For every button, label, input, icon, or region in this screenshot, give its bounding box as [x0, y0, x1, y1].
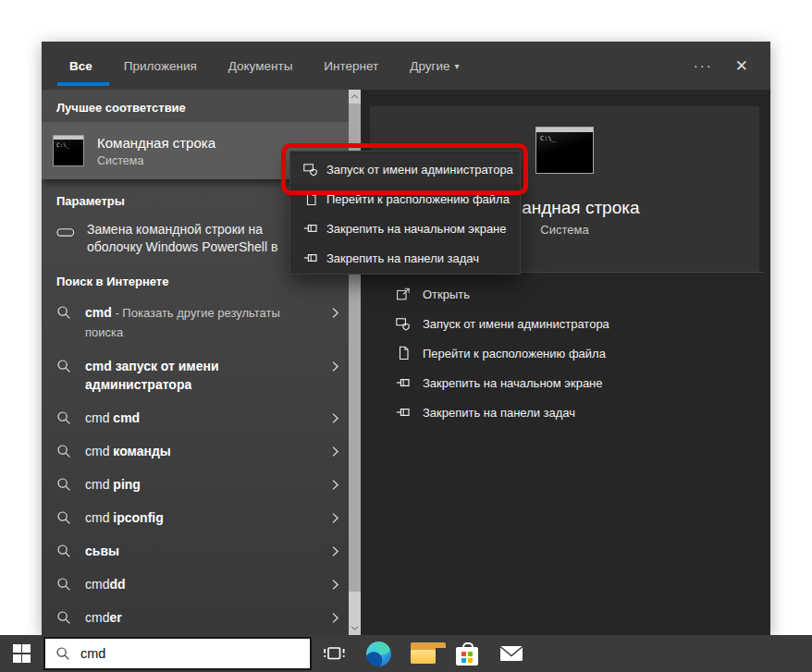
settings-result-text: Замена командной строки на оболочку Wind… [87, 221, 314, 256]
suggestion-text: cmd ping [85, 475, 302, 494]
text-segment: dd [109, 577, 125, 592]
text-segment: cmd [85, 444, 113, 458]
context-menu-item[interactable]: Закрепить на панели задач [290, 243, 520, 273]
taskbar-search-box[interactable] [43, 637, 312, 670]
search-suggestion[interactable]: cmd ipconfig [42, 501, 349, 534]
preview-action[interactable]: Перейти к расположению файла [361, 338, 770, 368]
search-icon [56, 410, 71, 425]
context-menu: Запуск от имени администратора Перейти к… [289, 151, 521, 275]
search-suggestion[interactable]: cmd запуск от имени администратора [42, 349, 349, 401]
search-filter-tab[interactable]: Другие ▾ [398, 42, 471, 90]
windows-logo-icon [13, 644, 31, 663]
chevron-down-icon [351, 624, 359, 632]
action-label: Закрепить на начальном экране [423, 376, 603, 390]
microsoft-store-button[interactable] [445, 635, 489, 672]
task-view-icon [323, 644, 346, 664]
mail-button[interactable] [489, 635, 534, 672]
search-filter-tab[interactable]: Документы [216, 42, 310, 90]
preview-action[interactable]: Открыть [361, 279, 770, 309]
best-match-subtitle: Система [97, 154, 215, 167]
web-suggestions-list: cmd - Показать другие результаты поиска … [42, 296, 349, 634]
pin-icon [396, 375, 411, 390]
close-button[interactable]: ✕ [735, 56, 748, 76]
action-label: Запуск от имени администратора [423, 317, 609, 331]
taskbar-search-input[interactable] [79, 645, 295, 662]
file-explorer-button[interactable] [400, 635, 445, 672]
tabbar-right-controls: ··· ✕ [694, 42, 770, 90]
context-menu-label: Запуск от имени администратора [326, 163, 513, 177]
task-view-button[interactable] [312, 635, 356, 672]
preview-action[interactable]: Закрепить на начальном экране [361, 368, 770, 397]
suggestion-text: cmd запуск от имени администратора [85, 357, 302, 394]
toggle-icon [56, 225, 75, 239]
text-segment: cmd [85, 510, 113, 525]
more-options-button[interactable]: ··· [694, 61, 713, 70]
text-segment: cmd [85, 305, 112, 320]
search-suggestion[interactable]: cmddd [42, 568, 349, 601]
taskbar [0, 635, 812, 672]
action-label: Закрепить на панели задач [423, 406, 575, 420]
chevron-right-icon[interactable] [329, 612, 341, 624]
search-filter-tab[interactable]: Приложения [112, 42, 214, 90]
scroll-down-button[interactable] [349, 621, 361, 635]
text-segment: сьвы [85, 544, 119, 558]
suggestion-text: cmddd [85, 575, 302, 593]
start-button[interactable] [0, 635, 43, 672]
tab-label: Все [69, 59, 92, 73]
context-menu-label: Закрепить на панели задач [326, 251, 479, 265]
search-icon [56, 477, 71, 492]
cmd-app-icon [53, 135, 84, 166]
mail-icon [499, 644, 523, 663]
file-location-icon [303, 191, 318, 206]
search-icon [56, 305, 71, 320]
chevron-up-icon [351, 92, 359, 101]
best-match-header: Лучшее соответствие [42, 90, 349, 122]
text-segment: cmd [85, 610, 109, 625]
context-menu-item[interactable]: Запуск от имени администратора [290, 154, 520, 184]
search-suggestion[interactable]: cmd ping [42, 468, 349, 501]
chevron-right-icon[interactable] [329, 412, 341, 424]
search-suggestion[interactable]: cmd - Показать другие результаты поиска [42, 296, 349, 349]
scroll-up-button[interactable] [349, 90, 361, 104]
text-segment: cmd запуск от имени администратора [85, 359, 219, 392]
chevron-right-icon[interactable] [329, 479, 341, 491]
suggestion-text: cmder [85, 608, 302, 627]
search-icon [55, 646, 70, 661]
text-segment: ping [113, 477, 141, 492]
tab-label: Другие [410, 59, 449, 73]
search-suggestion[interactable]: cmd cmd [42, 401, 349, 434]
context-menu-item[interactable]: Перейти к расположению файла [290, 184, 520, 214]
text-segment: cmd [113, 410, 140, 425]
text-segment: cmd [85, 410, 113, 425]
chevron-right-icon[interactable] [329, 579, 341, 591]
context-menu-label: Закрепить на начальном экране [326, 222, 507, 236]
tab-label: Документы [228, 59, 293, 73]
pin-icon [303, 221, 318, 236]
text-segment: cmd [85, 577, 109, 592]
tabs-group: Все Приложения Документы Интерне [42, 42, 474, 90]
preview-action[interactable]: Запуск от имени администратора [361, 309, 770, 338]
search-filter-tab[interactable]: Все [57, 42, 109, 90]
search-suggestion[interactable]: cmder [42, 601, 349, 634]
search-filter-tab[interactable]: Интернет [312, 42, 395, 90]
preview-action[interactable]: Закрепить на панели задач [361, 397, 770, 427]
pin-icon [303, 250, 318, 265]
context-menu-item[interactable]: Закрепить на начальном экране [290, 214, 520, 243]
search-suggestion[interactable]: сьвы [42, 534, 349, 568]
chevron-right-icon[interactable] [329, 545, 341, 557]
search-icon [56, 359, 71, 373]
preview-actions-list: Открыть Запуск от имени администратора П… [361, 279, 770, 427]
tab-label: Интернет [324, 59, 378, 73]
file-location-icon [396, 346, 411, 360]
pin-icon [396, 405, 411, 420]
text-segment: - Показать другие результаты поиска [85, 306, 280, 339]
chevron-right-icon[interactable] [329, 307, 341, 319]
chevron-right-icon[interactable] [329, 512, 341, 524]
suggestion-text: cmd ipconfig [85, 508, 302, 527]
chevron-right-icon[interactable] [329, 360, 341, 373]
edge-browser-button[interactable] [356, 635, 400, 672]
search-suggestion[interactable]: cmd команды [42, 434, 349, 468]
search-icon [56, 444, 71, 458]
chevron-right-icon[interactable] [329, 446, 341, 458]
tab-label: Приложения [124, 59, 197, 73]
